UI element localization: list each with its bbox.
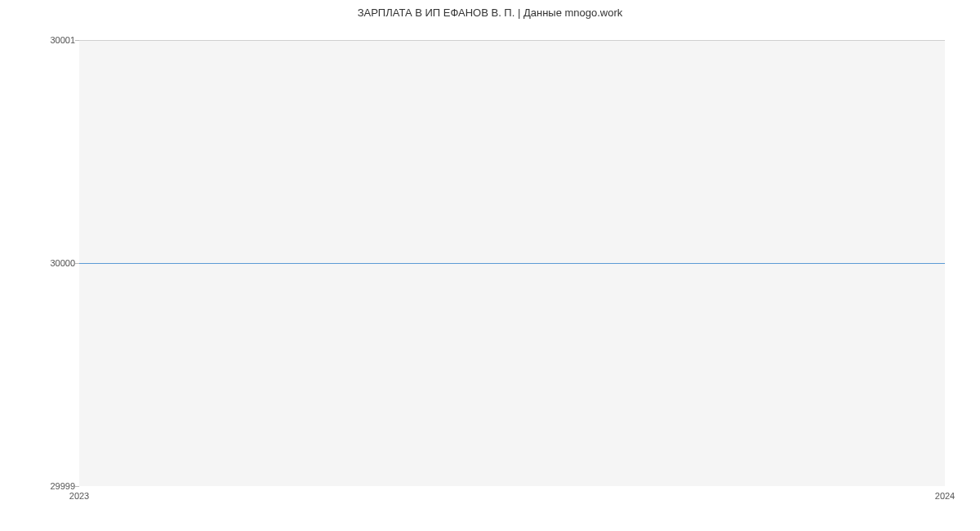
x-axis-label: 2024 (935, 491, 955, 501)
y-tick (75, 486, 79, 487)
y-axis-label: 29999 (50, 481, 75, 491)
y-tick (75, 263, 79, 264)
y-axis-label: 30001 (50, 35, 75, 45)
data-line (79, 263, 945, 264)
y-axis-label: 30000 (50, 258, 75, 268)
x-axis-label: 2023 (69, 491, 89, 501)
y-tick (75, 40, 79, 41)
chart-title: ЗАРПЛАТА В ИП ЕФАНОВ В. П. | Данные mnog… (0, 7, 980, 19)
